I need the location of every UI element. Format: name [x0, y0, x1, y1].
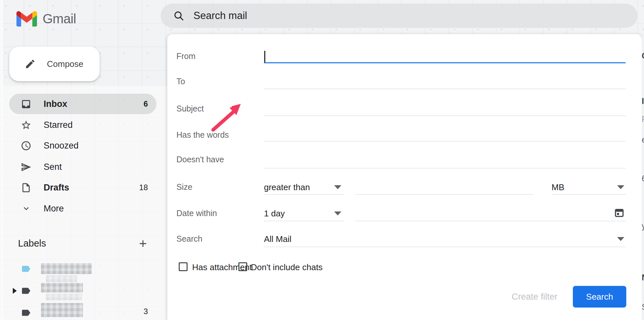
clipped-text-fragment: I	[642, 96, 644, 106]
redacted-label-name	[41, 263, 92, 274]
clipped-text-fragment: C	[642, 51, 644, 61]
clipped-text-fragment: S	[642, 302, 644, 312]
subject-label: Subject	[176, 104, 204, 113]
sidebar-item-drafts[interactable]: Drafts 18	[0, 177, 167, 198]
create-filter-button[interactable]: Create filter	[495, 287, 557, 306]
label-count: 3	[128, 307, 148, 316]
dropdown-arrow-icon[interactable]	[334, 185, 341, 189]
gmail-m-icon	[16, 11, 37, 27]
size-comparator-underline	[264, 194, 344, 195]
clipped-text-fragment: e	[642, 135, 644, 145]
label-icon	[20, 286, 31, 296]
pencil-icon	[25, 58, 36, 70]
inbox-count: 6	[128, 99, 148, 109]
from-label: From	[176, 51, 195, 61]
dropdown-arrow-icon[interactable]	[334, 211, 341, 215]
size-unit-dropdown[interactable]: MB	[552, 182, 564, 192]
size-label: Size	[176, 182, 192, 192]
clipped-text-fragment: P	[642, 114, 644, 124]
label-item[interactable]	[0, 262, 167, 279]
to-input[interactable]	[264, 75, 626, 89]
redacted-label-name	[41, 303, 83, 317]
has-attachment-checkbox[interactable]	[179, 262, 188, 271]
dont-include-chats-checkbox[interactable]	[238, 262, 247, 271]
dropdown-arrow-icon[interactable]	[617, 237, 624, 241]
advanced-search-panel: From To Subject Has the words Doesn't ha…	[167, 34, 642, 320]
date-input[interactable]	[355, 207, 611, 221]
redaction-ghost	[46, 294, 82, 300]
background-page-edge: C I P e 6 y N S	[642, 34, 644, 320]
to-underline	[264, 89, 626, 89]
plus-icon	[137, 238, 149, 249]
sidebar-item-sent[interactable]: Sent	[0, 157, 167, 177]
sidebar-item-more[interactable]: More	[0, 198, 167, 219]
labels-title: Labels	[18, 238, 46, 249]
size-value-underline	[355, 194, 533, 195]
label-item[interactable]	[0, 283, 167, 299]
clipped-text-fragment: 6	[642, 174, 644, 183]
labels-section-header: Labels	[0, 237, 167, 252]
dont-include-chats-label: Don't include chats	[251, 262, 323, 272]
size-comparator-dropdown[interactable]: greater than	[264, 182, 310, 192]
gmail-logo[interactable]: Gmail	[16, 11, 76, 27]
chevron-down-icon	[21, 203, 31, 214]
search-input[interactable]	[193, 10, 489, 22]
star-icon	[21, 120, 31, 130]
search-scope-underline	[264, 247, 626, 247]
sidebar-item-label: Sent	[44, 162, 62, 172]
clock-icon	[21, 140, 31, 151]
label-icon	[20, 264, 31, 274]
sidebar-item-inbox[interactable]: Inbox 6	[0, 94, 167, 114]
has-words-input[interactable]	[264, 128, 626, 143]
search-bar[interactable]	[161, 4, 637, 28]
sidebar-item-label: Starred	[44, 120, 73, 130]
sidebar-item-label: Snoozed	[44, 141, 79, 151]
doesnt-have-label: Doesn't have	[176, 155, 224, 164]
doesnt-have-input[interactable]	[264, 153, 626, 167]
has-words-underline	[264, 141, 626, 142]
label-item[interactable]: 3	[0, 303, 167, 319]
search-scope-label: Search	[176, 234, 202, 244]
redaction-ghost	[46, 275, 77, 282]
sidebar-item-label: Inbox	[44, 99, 67, 109]
compose-button[interactable]: Compose	[9, 47, 100, 81]
search-icon[interactable]	[173, 10, 184, 21]
sidebar-item-snoozed[interactable]: Snoozed	[0, 135, 167, 156]
to-label: To	[176, 77, 185, 86]
inbox-icon	[21, 99, 31, 110]
expand-arrow-icon[interactable]	[13, 288, 17, 294]
date-range-underline	[264, 221, 344, 221]
redacted-label-name	[41, 283, 83, 292]
search-scope-dropdown[interactable]: All Mail	[264, 234, 292, 244]
has-words-label: Has the words	[176, 130, 229, 140]
calendar-icon[interactable]	[614, 207, 625, 219]
sidebar-item-label: Drafts	[44, 183, 69, 193]
gmail-wordmark: Gmail	[43, 11, 76, 26]
date-underline	[355, 221, 626, 221]
label-icon	[20, 308, 31, 318]
subject-input[interactable]	[264, 102, 626, 116]
from-focus-underline	[264, 62, 626, 63]
date-range-dropdown[interactable]: 1 day	[264, 209, 285, 219]
size-unit-underline	[552, 194, 626, 195]
doesnt-have-underline	[264, 168, 626, 169]
clipped-text-fragment: N	[642, 273, 644, 282]
text-caret	[264, 51, 265, 63]
clipped-text-fragment: y	[642, 221, 644, 231]
add-label-button[interactable]	[137, 238, 149, 249]
send-icon	[21, 162, 31, 172]
sidebar-item-starred[interactable]: Starred	[0, 115, 167, 135]
drafts-count: 18	[128, 183, 148, 192]
sidebar-item-label: More	[44, 204, 64, 214]
date-within-label: Date within	[176, 209, 217, 218]
size-value-input[interactable]	[355, 180, 533, 195]
dropdown-arrow-icon[interactable]	[617, 185, 624, 189]
compose-label: Compose	[47, 59, 83, 69]
from-input[interactable]	[264, 50, 626, 64]
search-button[interactable]: Search	[573, 286, 626, 308]
subject-underline	[264, 115, 626, 116]
gmail-app: Gmail Compose Inbox 6	[0, 0, 644, 320]
draft-icon	[21, 182, 31, 193]
